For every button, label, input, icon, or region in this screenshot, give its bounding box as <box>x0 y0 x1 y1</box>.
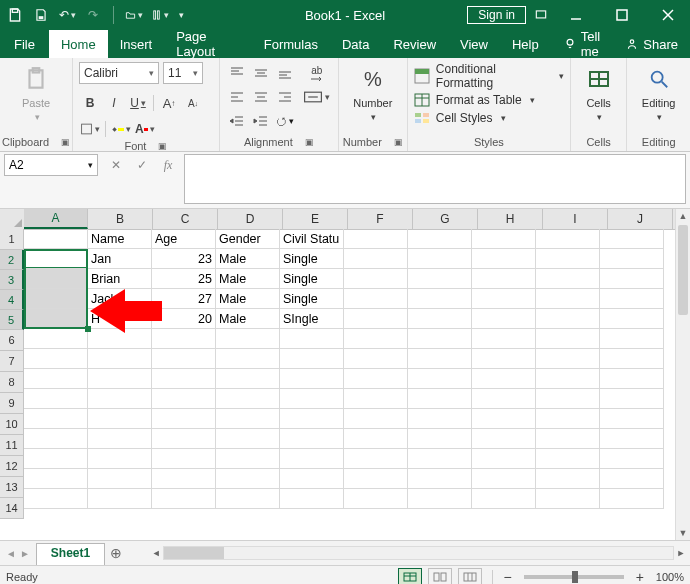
cell-E14[interactable] <box>280 489 344 509</box>
select-all-button[interactable] <box>0 209 25 230</box>
increase-indent-button[interactable] <box>250 110 272 132</box>
font-name-combo[interactable]: Calibri ▾ <box>79 62 159 84</box>
cell-H9[interactable] <box>472 389 536 409</box>
merge-center-button[interactable]: ▾ <box>302 86 332 108</box>
cell-A3[interactable] <box>24 269 88 289</box>
cell-E8[interactable] <box>280 369 344 389</box>
wrap-text-button[interactable]: ab <box>302 62 332 84</box>
cell-C11[interactable] <box>152 429 216 449</box>
cell-A13[interactable] <box>24 469 88 489</box>
cell-C13[interactable] <box>152 469 216 489</box>
page-break-view-button[interactable] <box>458 568 482 584</box>
cell-A12[interactable] <box>24 449 88 469</box>
cell-B13[interactable] <box>88 469 152 489</box>
decrease-indent-button[interactable] <box>226 110 248 132</box>
cell-H2[interactable] <box>472 249 536 269</box>
cell-H1[interactable] <box>472 229 536 249</box>
save-icon[interactable] <box>32 6 50 24</box>
tab-page-layout[interactable]: Page Layout <box>164 30 252 58</box>
cell-C12[interactable] <box>152 449 216 469</box>
cell-F13[interactable] <box>344 469 408 489</box>
cell-C5[interactable]: 20 <box>152 309 216 329</box>
column-header-H[interactable]: H <box>478 209 543 229</box>
clipboard-dialog-launcher[interactable]: ▣ <box>61 137 70 147</box>
sheet-nav-prev[interactable]: ◄ <box>6 548 16 559</box>
column-header-D[interactable]: D <box>218 209 283 229</box>
row-header-1[interactable]: 1 <box>0 229 24 250</box>
underline-button[interactable]: U▾ <box>127 92 149 114</box>
borders-button[interactable]: ▾ <box>79 118 101 140</box>
tab-data[interactable]: Data <box>330 30 381 58</box>
cell-C14[interactable] <box>152 489 216 509</box>
cell-H6[interactable] <box>472 329 536 349</box>
cell-E7[interactable] <box>280 349 344 369</box>
tab-formulas[interactable]: Formulas <box>252 30 330 58</box>
cell-B4[interactable]: Jack <box>88 289 152 309</box>
column-header-A[interactable]: A <box>24 209 88 229</box>
vertical-scrollbar[interactable]: ▲ ▼ <box>675 209 690 540</box>
cell-G5[interactable] <box>408 309 472 329</box>
row-header-8[interactable]: 8 <box>0 372 24 393</box>
share-button[interactable]: Share <box>613 30 690 58</box>
row-header-5[interactable]: 5 <box>0 310 24 330</box>
cell-C6[interactable] <box>152 329 216 349</box>
cell-G12[interactable] <box>408 449 472 469</box>
font-size-combo[interactable]: 11 ▾ <box>163 62 203 84</box>
bold-button[interactable]: B <box>79 92 101 114</box>
format-as-table-button[interactable]: Format as Table▾ <box>414 92 564 108</box>
cell-B11[interactable] <box>88 429 152 449</box>
cell-I12[interactable] <box>536 449 600 469</box>
cell-I13[interactable] <box>536 469 600 489</box>
name-box[interactable]: A2 ▾ <box>4 154 98 176</box>
cell-B9[interactable] <box>88 389 152 409</box>
cell-G8[interactable] <box>408 369 472 389</box>
hscroll-thumb[interactable] <box>164 547 224 559</box>
shrink-font-button[interactable]: A↓ <box>182 92 204 114</box>
tab-home[interactable]: Home <box>49 30 108 58</box>
cell-A6[interactable] <box>24 329 88 349</box>
cell-A1[interactable] <box>24 229 88 249</box>
cell-J14[interactable] <box>600 489 664 509</box>
cell-F5[interactable] <box>344 309 408 329</box>
cell-C2[interactable]: 23 <box>152 249 216 269</box>
cell-B5[interactable]: H <box>88 309 152 329</box>
open-icon[interactable]: ▾ <box>125 6 143 24</box>
page-layout-view-button[interactable] <box>428 568 452 584</box>
maximize-button[interactable] <box>602 0 642 30</box>
redo-icon[interactable]: ↷ <box>84 6 102 24</box>
horizontal-scrollbar[interactable]: ◄ ► <box>147 541 690 565</box>
column-header-C[interactable]: C <box>153 209 218 229</box>
cell-E11[interactable] <box>280 429 344 449</box>
cell-A7[interactable] <box>24 349 88 369</box>
cell-I11[interactable] <box>536 429 600 449</box>
zoom-slider[interactable] <box>524 575 624 579</box>
cell-J5[interactable] <box>600 309 664 329</box>
zoom-in-button[interactable]: + <box>636 569 644 584</box>
cell-B12[interactable] <box>88 449 152 469</box>
row-header-3[interactable]: 3 <box>0 270 24 290</box>
scroll-up-icon[interactable]: ▲ <box>676 209 690 223</box>
cell-F14[interactable] <box>344 489 408 509</box>
cell-J4[interactable] <box>600 289 664 309</box>
cell-D11[interactable] <box>216 429 280 449</box>
autosave-icon[interactable] <box>6 6 24 24</box>
number-format-button[interactable]: % Number ▾ <box>352 62 394 124</box>
cell-F3[interactable] <box>344 269 408 289</box>
fill-color-button[interactable]: ▾ <box>110 118 132 140</box>
column-header-B[interactable]: B <box>88 209 153 229</box>
cell-J10[interactable] <box>600 409 664 429</box>
cancel-formula-button[interactable]: ✕ <box>104 154 128 176</box>
scroll-left-icon[interactable]: ◄ <box>149 548 163 558</box>
cell-F7[interactable] <box>344 349 408 369</box>
cell-A4[interactable] <box>24 289 88 309</box>
cells-button[interactable]: Cells ▾ <box>578 62 620 124</box>
cell-E6[interactable] <box>280 329 344 349</box>
cell-H11[interactable] <box>472 429 536 449</box>
cell-A10[interactable] <box>24 409 88 429</box>
cell-D1[interactable]: Gender <box>216 229 280 249</box>
cell-J7[interactable] <box>600 349 664 369</box>
conditional-formatting-button[interactable]: Conditional Formatting▾ <box>414 62 564 90</box>
cell-C10[interactable] <box>152 409 216 429</box>
cell-A2[interactable] <box>24 249 88 269</box>
cell-H13[interactable] <box>472 469 536 489</box>
